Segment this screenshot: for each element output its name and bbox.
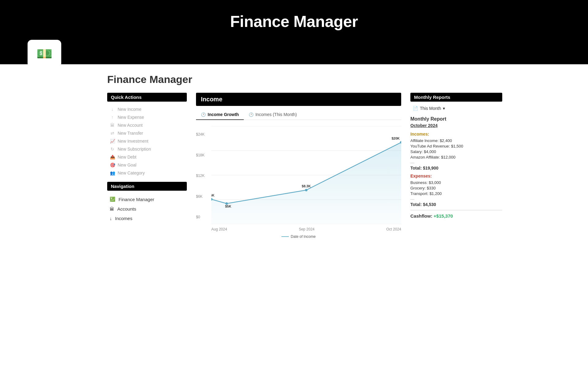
qa-new-category[interactable]: 👥 New Category [107,169,187,177]
nav-finance-manager-label: Finance Manager [119,197,154,202]
income-tabs: 🕐 Income Growth 🕐 Incomes (This Month) [196,110,401,120]
datapoint-2 [225,202,228,205]
data-label-aug-2: $5K [225,204,231,208]
qa-new-account[interactable]: 🏛 New Account [107,121,187,129]
debt-icon: 📤 [110,155,115,159]
qa-new-expense[interactable]: ↑ New Expense [107,113,187,121]
tab-income-growth[interactable]: 🕐 Income Growth [196,110,244,120]
expenses-section-label: Expenses: [410,174,502,178]
income-affiliate: Affiliate Income: $2,400 [410,138,502,143]
data-label-oct: $20K [392,137,400,140]
expense-separator: --- [410,197,502,201]
tab-income-growth-label: Income Growth [208,112,239,117]
qa-new-goal-label: New Goal [118,163,136,167]
y-label-18k: $18K [196,153,205,157]
legend-line-icon [281,236,289,237]
income-youtube-name: YouTube Ad Revenue [410,144,449,148]
qa-new-investment-label: New Investment [118,139,148,144]
arrow-down-icon: ↓ [110,107,115,112]
cashflow-divider [410,210,502,210]
qa-new-subscription-label: New Subscription [118,147,151,152]
qa-new-income-label: New Income [118,107,141,112]
income-header: Income [196,93,401,106]
x-label-oct: Oct 2024 [386,227,401,231]
income-salary-name: Salary [410,149,422,154]
x-label-aug: Aug 2024 [211,227,227,231]
qa-new-account-label: New Account [118,123,143,128]
cashflow-value: +$15,370 [434,213,453,219]
nav-accounts-label: Accounts [117,206,136,212]
expense-grocery: Grocery: $330 [410,186,502,190]
qa-new-investment[interactable]: 📈 New Investment [107,137,187,145]
qa-new-income[interactable]: ↓ New Income [107,105,187,113]
expense-grocery-value: $330 [427,186,435,190]
quick-actions-list: ↓ New Income ↑ New Expense 🏛 New Account… [107,104,187,182]
chart-x-labels: Aug 2024 Sep 2024 Oct 2024 [211,227,401,231]
data-label-aug-1: $6K [211,193,214,197]
transfer-icon: ⇄ [110,131,115,136]
y-label-12k: $12K [196,174,205,178]
middle-column: Income 🕐 Income Growth 🕐 Incomes (This M… [196,93,401,242]
clock-icon-1: 🕐 [201,112,206,117]
expense-transport-name: Transport [410,191,427,196]
nav-incomes[interactable]: ↓ Incomes [107,214,187,223]
clock-icon-2: 🕐 [249,112,254,117]
income-chart-area: $24K $18K $12K $6K $0 [196,120,401,242]
left-column: Quick Actions ↓ New Income ↑ New Expense… [107,93,187,224]
goal-icon: 🎯 [110,163,115,167]
page-subtitle: Finance Manager [107,64,481,93]
report-block: Monthly Report October 2024 Incomes: Aff… [410,116,502,219]
report-title: Monthly Report [410,116,502,122]
this-month-selector[interactable]: 📄 This Month ▾ [410,105,502,112]
datapoint-3 [305,189,307,191]
qa-new-category-label: New Category [118,170,145,175]
income-youtube: YouTube Ad Revenue: $1,500 [410,144,502,148]
chart-y-labels: $24K $18K $12K $6K $0 [196,132,205,219]
y-label-0: $0 [196,215,205,219]
income-chart-svg: $6K $5K $8.3K $20K [211,126,401,224]
income-amazon-value: $12,000 [441,155,455,159]
right-column: Monthly Reports 📄 This Month ▾ Monthly R… [410,93,502,222]
income-total: Total: $19,900 [410,166,502,170]
qa-new-transfer-label: New Transfer [118,131,143,136]
qa-new-goal[interactable]: 🎯 New Goal [107,161,187,169]
income-salary-value: $4,000 [424,149,436,154]
navigation-header: Navigation [107,182,187,191]
expense-business: Business: $3,000 [410,180,502,185]
qa-new-transfer[interactable]: ⇄ New Transfer [107,129,187,137]
tab-incomes-this-month[interactable]: 🕐 Incomes (This Month) [244,110,302,120]
y-label-24k: $24K [196,132,205,137]
bank-icon: 🏛 [110,123,115,128]
x-label-sep: Sep 2024 [299,227,315,231]
qa-new-debt[interactable]: 📤 New Debt [107,153,187,161]
cashflow-label: Cashflow: [410,213,432,219]
income-amazon: Amazon Affiliate: $12,000 [410,155,502,159]
qa-new-subscription[interactable]: ↻ New Subscription [107,145,187,153]
category-icon: 👥 [110,170,115,175]
chevron-down-icon: ▾ [443,106,445,111]
chart-svg-wrapper: $6K $5K $8.3K $20K [211,126,401,225]
investment-icon: 📈 [110,139,115,144]
chart-area-fill [211,142,401,224]
header-title: Finance Manager [230,12,358,40]
subscription-icon: ↻ [110,147,115,152]
expense-business-value: $3,000 [429,180,441,185]
money-icon: 💵 [36,46,52,61]
header-banner: Finance Manager 💵 [0,0,588,64]
arrow-up-icon: ↑ [110,115,115,120]
nav-finance-manager[interactable]: 💹 Finance Manager [107,194,187,204]
expense-transport: Transport: $1,200 [410,191,502,196]
y-label-6k: $6K [196,194,205,199]
chart-legend: Date of Income [196,234,401,239]
report-month: October 2024 [410,123,502,128]
incomes-section-label: Incomes: [410,132,502,137]
data-label-sep: $8.3K [302,184,311,188]
navigation-list: 💹 Finance Manager 🏛 Accounts ↓ Incomes [107,193,187,224]
nav-finance-icon: 💹 [110,197,115,202]
income-amazon-name: Amazon Affiliate [410,155,439,159]
chart-legend-label: Date of Income [291,234,315,239]
expense-business-name: Business [410,180,427,185]
nav-accounts[interactable]: 🏛 Accounts [107,204,187,214]
qa-new-debt-label: New Debt [118,155,136,159]
expense-transport-value: $1,200 [429,191,442,196]
